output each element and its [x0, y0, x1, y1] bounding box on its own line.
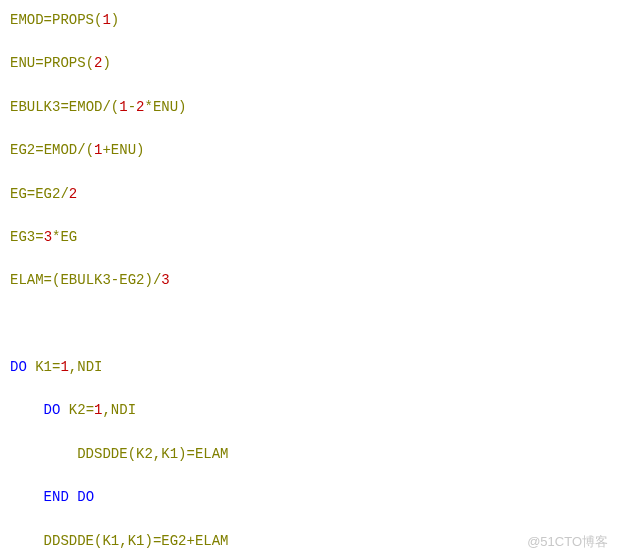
code-line: END DO: [10, 487, 610, 509]
watermark: @51CTO博客: [527, 532, 608, 552]
code-line: ELAM=(EBULK3-EG2)/3: [10, 270, 610, 292]
code-line: DO K2=1,NDI: [10, 400, 610, 422]
code-line: EBULK3=EMOD/(1-2*ENU): [10, 97, 610, 119]
code-line: DO K1=1,NDI: [10, 357, 610, 379]
code-line: ENU=PROPS(2): [10, 53, 610, 75]
code-line: [10, 314, 610, 336]
code-line: EG2=EMOD/(1+ENU): [10, 140, 610, 162]
code-block: EMOD=PROPS(1) ENU=PROPS(2) EBULK3=EMOD/(…: [10, 10, 610, 560]
code-line: EMOD=PROPS(1): [10, 10, 610, 32]
code-line: DDSDDE(K2,K1)=ELAM: [10, 444, 610, 466]
code-line: EG=EG2/2: [10, 184, 610, 206]
code-line: EG3=3*EG: [10, 227, 610, 249]
code-line: DDSDDE(K1,K1)=EG2+ELAM: [10, 531, 610, 553]
